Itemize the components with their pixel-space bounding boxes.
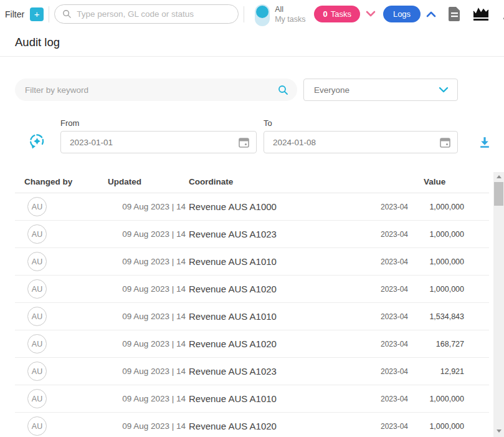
- changed-by-cell: AU: [15, 416, 98, 436]
- tasks-dropdown-chevron[interactable]: [366, 11, 376, 17]
- audit-log-content: Everyone From: [0, 79, 504, 437]
- coordinate-period: 2023-04: [381, 422, 408, 431]
- audience-dropdown[interactable]: Everyone: [303, 79, 458, 101]
- from-date-group: From: [60, 118, 257, 153]
- tasks-scope-toggle[interactable]: All My tasks: [255, 4, 305, 29]
- table-row[interactable]: AU 09 Aug 2023 | 14 Revenue AUS A1020 20…: [15, 276, 489, 303]
- table-scrollbar[interactable]: [493, 172, 504, 437]
- changed-by-cell: AU: [15, 252, 98, 271]
- toolbar-divider: [244, 6, 244, 22]
- coordinate-name: Revenue AUS A1010: [189, 256, 277, 267]
- toolbar-search-input[interactable]: [77, 9, 232, 19]
- chevron-up-icon: [426, 11, 436, 17]
- avatar: AU: [27, 224, 47, 244]
- toggle-labels: All My tasks: [275, 4, 305, 24]
- scrollbar-up-button[interactable]: [493, 172, 504, 181]
- coordinate-name: Revenue AUS A1023: [189, 229, 277, 239]
- scrollbar-thumb[interactable]: [494, 182, 503, 206]
- scrollbar-down-button[interactable]: [493, 426, 504, 436]
- calendar-icon[interactable]: [238, 137, 250, 148]
- coordinate-name: Revenue AUS A1010: [189, 393, 277, 404]
- value-cell: 1,000,000: [408, 395, 464, 403]
- changed-by-cell: AU: [15, 279, 98, 299]
- coordinate-cell: Revenue AUS A1010 2023-04: [186, 393, 408, 404]
- coordinate-cell: Revenue AUS A1000 2023-04: [186, 201, 408, 212]
- from-label: From: [60, 118, 257, 128]
- value-cell: 12,921: [408, 367, 464, 376]
- table-body: AU 09 Aug 2023 | 14 Revenue AUS A1000 20…: [15, 193, 489, 437]
- logs-collapse-chevron[interactable]: [426, 11, 436, 17]
- table-row[interactable]: AU 09 Aug 2023 | 14 Revenue AUS A1020 20…: [15, 330, 489, 358]
- table-row[interactable]: AU 09 Aug 2023 | 14 Revenue AUS A1010 20…: [15, 385, 489, 413]
- value-cell: 1,000,000: [408, 285, 464, 294]
- coordinate-cell: Revenue AUS A1010 2023-04: [186, 311, 408, 322]
- refresh-button[interactable]: [29, 133, 45, 150]
- updated-cell: 09 Aug 2023 | 14: [98, 367, 186, 376]
- tasks-button[interactable]: 0 Tasks: [314, 6, 359, 22]
- toggle-knob[interactable]: [256, 6, 269, 18]
- page-title: Audit log: [15, 36, 60, 49]
- toggle-option-my-tasks[interactable]: My tasks: [275, 14, 305, 24]
- table-row[interactable]: AU 09 Aug 2023 | 14 Revenue AUS A1023 20…: [15, 221, 489, 248]
- coordinate-name: Revenue AUS A1023: [189, 366, 277, 377]
- to-date-field[interactable]: [264, 131, 458, 153]
- avatar: AU: [27, 252, 47, 271]
- avatar: AU: [27, 307, 47, 326]
- search-icon: [278, 85, 288, 95]
- coordinate-period: 2023-04: [381, 312, 408, 321]
- chart-button[interactable]: [473, 7, 490, 21]
- changed-by-cell: AU: [15, 362, 98, 381]
- value-cell: 1,000,000: [408, 422, 464, 431]
- table-row[interactable]: AU 09 Aug 2023 | 14 Revenue AUS A1000 20…: [15, 193, 489, 221]
- document-button[interactable]: [448, 6, 461, 22]
- logs-button[interactable]: Logs: [383, 6, 421, 22]
- updated-cell: 09 Aug 2023 | 14: [98, 312, 186, 321]
- col-header-coordinate: Coordinate: [186, 177, 408, 186]
- avatar: AU: [27, 334, 47, 353]
- col-header-value: Value: [408, 177, 464, 186]
- table-row[interactable]: AU 09 Aug 2023 | 14 Revenue AUS A1010 20…: [15, 303, 489, 330]
- from-date-field[interactable]: [60, 131, 257, 153]
- to-date-input[interactable]: [273, 138, 439, 147]
- audience-dropdown-value: Everyone: [314, 85, 439, 95]
- keyword-filter[interactable]: [15, 79, 297, 101]
- coordinate-cell: Revenue AUS A1010 2023-04: [186, 256, 408, 267]
- coordinate-name: Revenue AUS A1020: [189, 421, 277, 431]
- toolbar-search[interactable]: [54, 4, 239, 24]
- table-row[interactable]: AU 09 Aug 2023 | 14 Revenue AUS A1023 20…: [15, 358, 489, 385]
- updated-cell: 09 Aug 2023 | 14: [98, 229, 186, 239]
- to-label: To: [264, 118, 458, 128]
- avatar: AU: [27, 197, 47, 216]
- updated-cell: 09 Aug 2023 | 14: [98, 394, 186, 403]
- table-row[interactable]: AU 09 Aug 2023 | 14 Revenue AUS A1020 20…: [15, 413, 489, 437]
- coordinate-name: Revenue AUS A1010: [189, 311, 277, 322]
- calendar-icon[interactable]: [439, 137, 451, 148]
- to-date-group: To: [264, 118, 458, 153]
- keyword-filter-input[interactable]: [25, 85, 278, 95]
- toolbar-divider: [49, 6, 49, 22]
- from-date-input[interactable]: [70, 138, 238, 147]
- toggle-option-all[interactable]: All: [275, 4, 305, 14]
- page-header: Audit log: [0, 28, 504, 57]
- avatar: AU: [27, 362, 47, 381]
- value-cell: 168,727: [408, 340, 464, 348]
- add-filter-button[interactable]: +: [30, 7, 44, 21]
- toggle-track[interactable]: [255, 4, 270, 26]
- refresh-icon: [29, 133, 45, 150]
- logs-label: Logs: [393, 9, 411, 19]
- value-cell: 1,000,000: [408, 203, 464, 211]
- chevron-down-icon: [439, 87, 449, 93]
- export-button[interactable]: [478, 136, 491, 148]
- filter-row: Everyone: [15, 79, 489, 101]
- download-button[interactable]: [502, 8, 504, 20]
- scroll-down-icon: [497, 430, 502, 433]
- coordinate-period: 2023-04: [381, 367, 408, 376]
- coordinate-period: 2023-04: [381, 230, 408, 239]
- value-cell: 1,534,843: [408, 312, 464, 321]
- coordinate-period: 2023-04: [381, 257, 408, 266]
- table-row[interactable]: AU 09 Aug 2023 | 14 Revenue AUS A1010 20…: [15, 248, 489, 276]
- col-header-changed-by: Changed by: [15, 177, 98, 186]
- value-cell: 1,000,000: [408, 230, 464, 239]
- coordinate-period: 2023-04: [381, 203, 408, 211]
- chevron-down-icon: [366, 11, 376, 17]
